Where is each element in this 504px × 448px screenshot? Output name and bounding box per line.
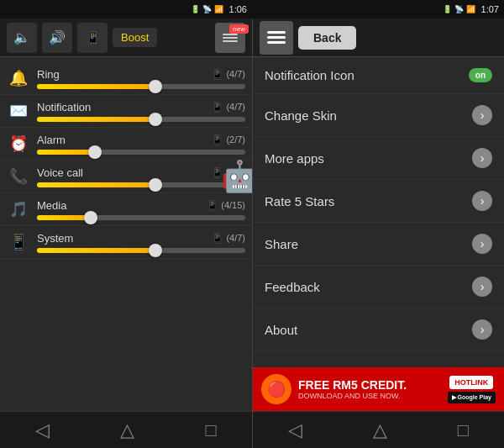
slider-row-voice-call: 📞 Voice call 📱 (4/7) 🤖	[0, 161, 252, 193]
slider-content-5: System 📱 (4/7)	[37, 232, 245, 253]
slider-row-ring: 🔔 Ring 📱 (4/7)	[0, 62, 252, 95]
menu-label-about: About	[265, 323, 297, 337]
slider-label-1: Notification	[37, 101, 91, 113]
left-panel: 🔈 🔊 📱 Boost new 🔔 Ring	[0, 18, 252, 448]
slider-content-3: Voice call 📱 (4/7)	[37, 166, 245, 187]
slider-value-4: 📱 (4/15)	[207, 200, 245, 211]
menu-list: Notification Icon on Change Skin › More …	[253, 57, 504, 367]
ad-logo: HOTLINK	[449, 376, 493, 389]
ad-headline: FREE RM5 CREDIT.	[298, 378, 441, 392]
slider-fill-0	[37, 84, 155, 89]
slider-icon-4: 🎵	[7, 198, 30, 221]
new-badge: new	[229, 24, 249, 34]
ad-text-block: FREE RM5 CREDIT. DOWNLOAD AND USE NOW.	[298, 378, 441, 400]
menu-label-change-skin: Change Skin	[265, 108, 337, 123]
sliders-container: 🔔 Ring 📱 (4/7) ✉️ Notifica	[0, 57, 252, 411]
ad-banner[interactable]: 🔴 FREE RM5 CREDIT. DOWNLOAD AND USE NOW.…	[253, 367, 504, 411]
slider-content-4: Media 📱 (4/15)	[37, 199, 245, 220]
phone-icon-4: 📱	[207, 200, 218, 211]
menu-item-feedback[interactable]: Feedback ›	[253, 266, 504, 308]
slider-thumb-5[interactable]	[149, 244, 162, 257]
slider-track-3[interactable]	[37, 182, 245, 187]
chevron-about: ›	[472, 319, 492, 340]
slider-thumb-3[interactable]	[149, 178, 162, 192]
menu-item-notification-icon[interactable]: Notification Icon on	[253, 57, 504, 94]
menu-item-change-skin[interactable]: Change Skin ›	[253, 94, 504, 137]
status-icons-right: 🔋 📡 📶 1:07	[443, 4, 499, 14]
chevron-change-skin: ›	[472, 105, 492, 125]
phone-icon-2: 📱	[212, 134, 223, 145]
slider-value-5: 📱 (4/7)	[212, 233, 245, 244]
slider-thumb-2[interactable]	[88, 145, 102, 159]
menu-item-more-apps[interactable]: More apps ›	[253, 137, 504, 180]
back-nav-btn-left[interactable]: ◁	[35, 419, 50, 441]
play-store-btn[interactable]: ▶ Google Play	[448, 392, 496, 403]
slider-content-2: Alarm 📱 (2/7)	[37, 134, 245, 155]
home-nav-btn-left[interactable]: △	[120, 419, 134, 441]
slider-thumb-1[interactable]	[149, 113, 162, 126]
slider-icon-3: 📞	[7, 165, 30, 188]
chevron-rate-stars: ›	[472, 191, 492, 211]
recent-nav-btn-left[interactable]: □	[206, 419, 217, 441]
slider-icon-2: ⏰	[7, 132, 30, 155]
slider-label-0: Ring	[37, 68, 60, 81]
bottom-nav-left: ◁ △ □	[0, 411, 252, 448]
mascot-character: 🤖	[221, 159, 252, 194]
slider-row-system: 📱 System 📱 (4/7)	[0, 226, 252, 259]
chevron-share: ›	[472, 234, 492, 254]
menu-item-rate-stars[interactable]: Rate 5 Stars ›	[253, 180, 504, 223]
slider-track-1[interactable]	[37, 117, 245, 122]
slider-thumb-4[interactable]	[84, 211, 97, 224]
ad-circle-icon: 🔴	[261, 374, 291, 404]
slider-track-4[interactable]	[37, 215, 245, 220]
slider-icon-1: ✉️	[7, 99, 30, 123]
toggle-notification-icon[interactable]: on	[469, 68, 492, 82]
slider-fill-5	[37, 248, 155, 253]
menu-label-share: Share	[265, 237, 298, 251]
slider-icon-5: 📱	[7, 230, 30, 254]
status-bar-right: 🔋 📡 📶 1:07	[252, 0, 504, 18]
menu-item-about[interactable]: About ›	[253, 308, 504, 351]
slider-track-0[interactable]	[37, 84, 245, 89]
phone-icon-1: 📱	[212, 102, 223, 113]
speaker-icon-btn[interactable]: 🔊	[42, 23, 72, 53]
status-icons-left: 🔋 📡 📶 1:06	[191, 4, 247, 14]
menu-label-notification-icon: Notification Icon	[265, 68, 354, 82]
menu-label-more-apps: More apps	[265, 151, 324, 166]
slider-row-alarm: ⏰ Alarm 📱 (2/7)	[0, 128, 252, 161]
menu-icon-button[interactable]: new	[215, 23, 245, 53]
home-nav-btn-right[interactable]: △	[373, 419, 387, 441]
slider-track-5[interactable]	[37, 248, 245, 253]
volume-icon-btn[interactable]: 🔈	[7, 23, 37, 53]
back-nav-btn-right[interactable]: ◁	[288, 419, 302, 441]
menu-label-rate-stars: Rate 5 Stars	[265, 194, 334, 208]
slider-value-1: 📱 (4/7)	[212, 102, 245, 113]
slider-content-0: Ring 📱 (4/7)	[37, 68, 245, 89]
menu-icon-large-btn[interactable]	[260, 21, 293, 55]
bottom-nav-right: ◁ △ □	[253, 411, 504, 448]
slider-icon-0: 🔔	[7, 66, 30, 90]
phone-icon-0: 📱	[212, 69, 223, 80]
status-bar-left: 🔋 📡 📶 1:06	[0, 0, 252, 18]
slider-fill-2	[37, 150, 95, 155]
menu-item-share[interactable]: Share ›	[253, 223, 504, 266]
slider-track-2[interactable]	[37, 150, 245, 155]
slider-content-1: Notification 📱 (4/7)	[37, 101, 245, 122]
back-button[interactable]: Back	[298, 26, 356, 50]
slider-label-2: Alarm	[37, 134, 66, 146]
slider-label-4: Media	[37, 199, 66, 212]
chevron-feedback: ›	[472, 277, 492, 297]
right-panel: Back Notification Icon on Change Skin › …	[252, 18, 504, 448]
phone-mode-btn[interactable]: 📱	[77, 23, 108, 53]
boost-button[interactable]: Boost	[113, 28, 157, 47]
chevron-more-apps: ›	[472, 148, 492, 168]
recent-nav-btn-right[interactable]: □	[458, 419, 469, 441]
slider-value-2: 📱 (2/7)	[212, 134, 245, 145]
slider-fill-3	[37, 182, 155, 187]
slider-value-0: 📱 (4/7)	[212, 69, 245, 80]
menu-label-feedback: Feedback	[265, 280, 320, 294]
slider-fill-4	[37, 215, 91, 220]
phone-icon-5: 📱	[212, 233, 223, 244]
slider-thumb-0[interactable]	[149, 80, 162, 93]
slider-label-3: Voice call	[37, 166, 83, 179]
